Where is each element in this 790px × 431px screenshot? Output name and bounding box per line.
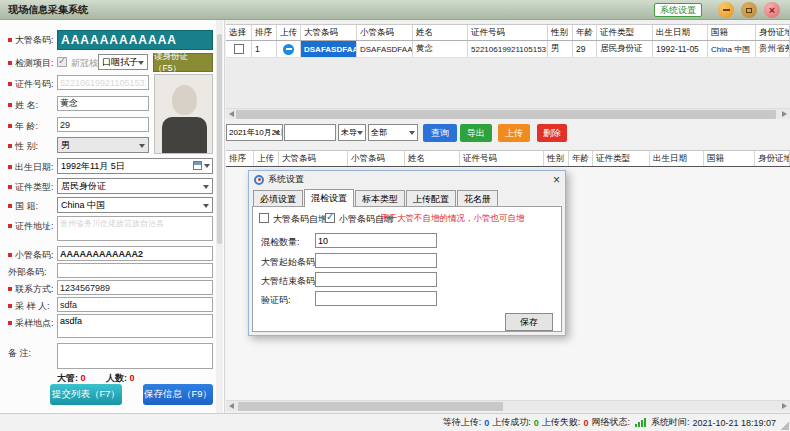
submit-list-button[interactable]: 提交列表（F7） xyxy=(50,384,122,405)
column-header-big-barcode[interactable]: 大管条码 xyxy=(279,151,348,166)
captcha-input[interactable] xyxy=(315,291,437,306)
scroll-left-icon[interactable] xyxy=(229,403,234,409)
big-barcode-auto-label: 大管条码自增 xyxy=(273,213,327,226)
tab-roster[interactable]: 花名册 xyxy=(457,190,498,206)
column-header-age[interactable]: 年龄 xyxy=(569,151,593,166)
sample-place-label: 采样地点: xyxy=(8,317,54,330)
tube-count-value: 0 xyxy=(81,373,86,383)
column-header-name[interactable]: 姓名 xyxy=(413,25,468,40)
scroll-right-icon[interactable] xyxy=(782,403,787,409)
name-input[interactable] xyxy=(57,96,149,111)
contact-input[interactable] xyxy=(57,280,213,295)
sampler-input[interactable] xyxy=(57,297,213,312)
small-barcode-input[interactable] xyxy=(57,246,213,261)
app-window: 现场信息采集系统 系统设置 × 大管条码: 检测项目: 新冠核酸 口咽拭子 读身… xyxy=(0,0,790,431)
save-info-button[interactable]: 保存信息（F9） xyxy=(143,384,213,405)
dialog-tab-strip: 必填设置 混检设置 标本类型 上传配置 花名册 xyxy=(253,189,499,206)
query-button[interactable]: 查询 xyxy=(423,124,457,142)
remark-textarea[interactable] xyxy=(57,343,213,369)
table1-hscrollbar[interactable] xyxy=(226,108,790,119)
column-header-select[interactable]: 选择 xyxy=(226,25,252,40)
row-order-cell: 1 xyxy=(252,41,277,57)
contact-label: 联系方式: xyxy=(8,283,54,296)
column-header-small-barcode[interactable]: 小管条码 xyxy=(348,151,405,166)
id-number-input[interactable] xyxy=(57,75,149,90)
mix-count-input[interactable] xyxy=(315,233,437,248)
column-header-order[interactable]: 排序 xyxy=(252,25,277,40)
column-header-cert-type[interactable]: 证件类型 xyxy=(597,25,653,40)
form-scrollbar[interactable] xyxy=(216,20,223,413)
scroll-right-icon[interactable] xyxy=(782,111,787,117)
column-header-gender[interactable]: 性别 xyxy=(548,25,573,40)
cert-type-select[interactable]: 居民身份证 xyxy=(57,178,213,194)
column-header-age[interactable]: 年龄 xyxy=(573,25,597,40)
covid-checkbox[interactable] xyxy=(57,57,67,67)
big-end-input[interactable] xyxy=(315,272,437,287)
column-header-cert-type[interactable]: 证件类型 xyxy=(593,151,650,166)
dialog-save-button[interactable]: 保存 xyxy=(505,313,553,331)
delete-button[interactable]: 删除 xyxy=(537,124,567,142)
date-filter-select[interactable]: 2021年10月21日 xyxy=(226,124,283,141)
export-button[interactable]: 导出 xyxy=(460,124,492,142)
resize-grip[interactable] xyxy=(780,421,789,430)
tab-upload-config[interactable]: 上传配置 xyxy=(406,190,456,206)
column-header-nationality[interactable]: 国籍 xyxy=(704,151,755,166)
chevron-down-icon xyxy=(409,131,415,135)
waiting-upload-label: 等待上传: xyxy=(443,416,482,429)
close-button[interactable]: × xyxy=(764,2,780,18)
column-header-id-address[interactable]: 身份证地址 xyxy=(756,25,790,40)
tube-count-label: 大管: xyxy=(57,373,78,383)
table-row[interactable]: 1 DSAFASDFAAAS DSAFASDFAAAS1 黄念 52210619… xyxy=(226,41,790,58)
dialog-title-bar: 系统设置 × xyxy=(249,171,565,188)
read-id-card-button[interactable]: 读身份证（F5） xyxy=(153,53,213,72)
keyword-input[interactable] xyxy=(284,124,336,141)
swab-type-select[interactable]: 口咽拭子 xyxy=(98,54,148,70)
column-header-id-number[interactable]: 证件号码 xyxy=(460,151,544,166)
system-settings-button[interactable]: 系统设置 xyxy=(654,3,702,17)
system-time-label: 系统时间: xyxy=(651,416,690,429)
big-start-input[interactable] xyxy=(315,253,437,268)
column-header-id-number[interactable]: 证件号码 xyxy=(468,25,548,40)
column-header-big-barcode[interactable]: 大管条码 xyxy=(301,25,357,40)
sample-place-textarea[interactable]: asdfa xyxy=(57,314,213,338)
column-header-nationality[interactable]: 国籍 xyxy=(708,25,756,40)
tab-required-settings[interactable]: 必填设置 xyxy=(253,190,303,206)
birth-date-picker[interactable]: 1992年11月 5日 xyxy=(57,158,213,174)
column-header-upload[interactable]: 上传 xyxy=(254,151,279,166)
minimize-button[interactable] xyxy=(718,2,734,18)
chevron-down-icon xyxy=(203,185,209,189)
tab-mixed-test-settings[interactable]: 混检设置 xyxy=(304,189,354,207)
maximize-button[interactable] xyxy=(741,2,757,18)
cert-address-textarea[interactable]: 贵州省务川仡佬族苗族自治县 xyxy=(57,216,213,241)
nationality-select[interactable]: China 中国 xyxy=(57,197,213,213)
scrollbar-thumb[interactable] xyxy=(238,402,503,411)
row-checkbox[interactable] xyxy=(234,44,244,54)
tab-specimen-type[interactable]: 标本类型 xyxy=(355,190,405,206)
nationality-value: China 中国 xyxy=(61,199,105,212)
row-name-cell: 黄念 xyxy=(413,41,468,57)
column-header-gender[interactable]: 性别 xyxy=(544,151,569,166)
external-barcode-input[interactable] xyxy=(57,263,213,278)
table2-hscrollbar[interactable] xyxy=(226,400,790,411)
upload-status-icon[interactable] xyxy=(283,44,294,55)
upload-button[interactable]: 上传 xyxy=(498,124,530,142)
small-barcode-auto-checkbox[interactable] xyxy=(325,213,335,223)
big-barcode-auto-checkbox[interactable] xyxy=(259,213,269,223)
scrollbar-thumb[interactable] xyxy=(236,110,776,119)
column-header-birth-date[interactable]: 出生日期 xyxy=(650,151,704,166)
scope-select[interactable]: 全部 xyxy=(368,124,418,141)
column-header-upload[interactable]: 上传 xyxy=(277,25,301,40)
scrollbar-thumb[interactable] xyxy=(217,34,222,244)
column-header-order[interactable]: 排序 xyxy=(226,151,254,166)
scroll-left-icon[interactable] xyxy=(229,111,234,117)
column-header-small-barcode[interactable]: 小管条码 xyxy=(357,25,413,40)
column-header-name[interactable]: 姓名 xyxy=(405,151,460,166)
big-barcode-input[interactable] xyxy=(57,30,213,50)
age-input[interactable] xyxy=(57,117,149,132)
dialog-close-icon[interactable]: × xyxy=(553,175,560,185)
row-nationality-cell: China 中国 xyxy=(708,41,756,57)
column-header-birth-date[interactable]: 出生日期 xyxy=(653,25,708,40)
export-state-select[interactable]: 未导 xyxy=(338,124,366,141)
column-header-id-address[interactable]: 身份证地址 xyxy=(755,151,790,166)
gender-select[interactable]: 男 xyxy=(57,137,149,153)
